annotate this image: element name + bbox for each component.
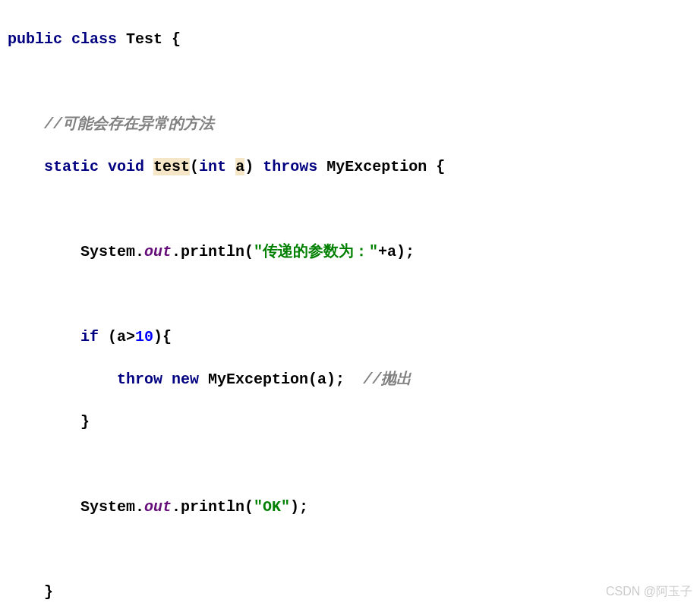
out-field: out — [144, 243, 172, 260]
method-call: .println( — [172, 498, 254, 516]
paren: ) — [244, 158, 263, 175]
code-line[interactable]: static void test(int a) throws MyExcepti… — [8, 156, 700, 178]
number-literal: 10 — [135, 328, 153, 346]
class-name: Test — [126, 30, 162, 48]
watermark: CSDN @阿玉子 — [606, 583, 692, 600]
condition-end: ){ — [153, 328, 172, 346]
code-line[interactable]: if (a>10){ — [8, 327, 700, 348]
keyword-int: int — [199, 158, 226, 175]
system-prefix: System. — [80, 498, 144, 516]
keyword-static: static — [44, 158, 99, 175]
blank-line[interactable] — [8, 284, 700, 305]
code-line[interactable]: } — [8, 412, 700, 433]
close-brace: } — [44, 583, 53, 601]
keyword-throws: throws — [263, 158, 317, 175]
suffix: ); — [290, 498, 308, 516]
keyword-new: new — [172, 371, 199, 388]
keyword-throw: throw — [117, 371, 162, 388]
exception-type: MyException { — [317, 158, 445, 175]
system-prefix: System. — [80, 243, 144, 260]
string-literal: "OK" — [254, 498, 290, 516]
close-brace: } — [80, 413, 90, 431]
keyword-class: class — [71, 30, 117, 48]
paren: ( — [190, 158, 199, 175]
blank-line[interactable] — [8, 454, 700, 475]
blank-line[interactable] — [8, 199, 700, 220]
code-line[interactable]: System.out.println("传递的参数为："+a); — [8, 241, 700, 263]
code-line[interactable]: public class Test { — [8, 29, 700, 50]
code-line[interactable]: throw new MyException(a); //抛出 — [8, 369, 700, 390]
blank-line[interactable] — [8, 539, 700, 560]
keyword-public: public — [8, 30, 62, 48]
comment: //可能会存在异常的方法 — [44, 115, 214, 133]
code-line[interactable]: System.out.println("OK"); — [8, 497, 700, 518]
code-editor[interactable]: public class Test { //可能会存在异常的方法 static … — [0, 8, 700, 606]
keyword-void: void — [108, 158, 144, 175]
throw-expr: MyException(a); — [199, 371, 363, 388]
code-line[interactable]: //可能会存在异常的方法 — [8, 114, 700, 135]
out-field: out — [144, 498, 172, 516]
code-line[interactable]: } — [8, 582, 700, 603]
blank-line[interactable] — [8, 71, 700, 93]
comment: //抛出 — [363, 371, 411, 388]
condition: (a> — [99, 328, 135, 346]
param-highlighted: a — [235, 158, 244, 175]
method-name-highlighted: test — [153, 158, 190, 175]
string-literal: "传递的参数为：" — [254, 243, 378, 260]
brace: { — [162, 30, 181, 48]
keyword-if: if — [80, 328, 99, 346]
method-call: .println( — [172, 243, 254, 260]
suffix: +a); — [378, 243, 415, 260]
